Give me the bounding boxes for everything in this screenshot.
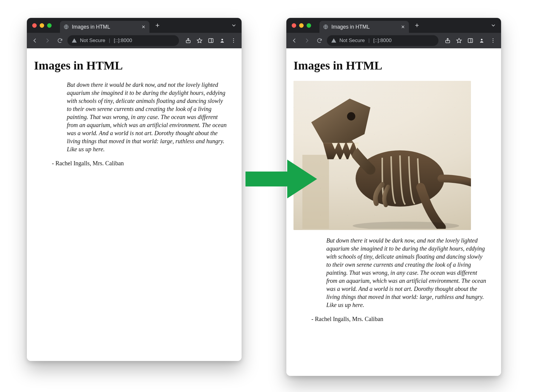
tab-strip: Images in HTML xyxy=(27,18,242,33)
quote-attribution: - Rachel Ingalls, Mrs. Caliban xyxy=(52,160,234,167)
page-viewport[interactable]: Images in HTML xyxy=(286,48,501,376)
close-tab-icon[interactable] xyxy=(401,24,405,29)
share-button[interactable] xyxy=(183,36,193,46)
address-bar[interactable]: Not Secure | [::]:8000 xyxy=(327,35,438,46)
svg-point-3 xyxy=(221,39,223,40)
close-tab-icon[interactable] xyxy=(141,24,146,29)
url-security-label: Not Secure xyxy=(339,38,365,44)
globe-icon xyxy=(64,24,69,30)
page-title: Images in HTML xyxy=(293,58,494,72)
minimize-window-button[interactable] xyxy=(40,23,44,28)
page-title: Images in HTML xyxy=(34,58,234,72)
browser-toolbar: Not Secure | [::]:8000 xyxy=(27,33,242,48)
browser-tab[interactable]: Images in HTML xyxy=(60,21,149,33)
browser-toolbar: Not Secure | [::]:8000 xyxy=(286,33,501,48)
quote-text: But down there it would be dark now, and… xyxy=(326,237,488,309)
side-panel-button[interactable] xyxy=(465,36,475,46)
zoom-window-button[interactable] xyxy=(47,23,52,28)
svg-point-11 xyxy=(493,38,494,39)
new-tab-button[interactable] xyxy=(152,20,163,30)
warning-icon xyxy=(72,38,77,43)
back-button[interactable] xyxy=(289,36,299,46)
tab-strip: Images in HTML xyxy=(286,18,501,33)
minimize-window-button[interactable] xyxy=(299,23,304,28)
svg-rect-9 xyxy=(468,38,473,42)
window-controls xyxy=(292,23,311,28)
page-viewport[interactable]: Images in HTML But down there it would b… xyxy=(27,48,242,361)
side-panel-button[interactable] xyxy=(206,36,216,46)
window-controls xyxy=(32,23,52,28)
close-window-button[interactable] xyxy=(32,23,37,28)
profile-button[interactable] xyxy=(477,36,487,46)
url-text: [::]:8000 xyxy=(114,38,132,44)
tab-title: Images in HTML xyxy=(72,24,138,30)
svg-point-23 xyxy=(347,112,355,121)
hero-image xyxy=(293,81,471,230)
url-security-label: Not Secure xyxy=(80,38,105,44)
svg-point-5 xyxy=(233,40,234,41)
kebab-menu-button[interactable] xyxy=(488,36,498,46)
bookmark-button[interactable] xyxy=(454,36,464,46)
share-button[interactable] xyxy=(443,36,453,46)
url-separator: | xyxy=(109,38,110,44)
browser-tab[interactable]: Images in HTML xyxy=(319,21,409,33)
arrow-icon xyxy=(245,158,317,200)
svg-point-13 xyxy=(493,42,494,43)
svg-point-6 xyxy=(233,42,234,43)
svg-point-4 xyxy=(233,38,234,39)
quote-text: But down there it would be dark now, and… xyxy=(67,81,228,153)
quote-attribution: - Rachel Ingalls, Mrs. Caliban xyxy=(311,316,494,322)
url-text: [::]:8000 xyxy=(373,38,391,44)
forward-button[interactable] xyxy=(42,36,52,46)
url-separator: | xyxy=(368,38,370,44)
globe-icon xyxy=(323,24,328,30)
browser-window-before: Images in HTML Not Secu xyxy=(27,18,242,361)
browser-window-after: Images in HTML Not Secu xyxy=(286,18,501,376)
zoom-window-button[interactable] xyxy=(307,23,311,28)
close-window-button[interactable] xyxy=(292,23,296,28)
new-tab-button[interactable] xyxy=(412,20,422,30)
profile-button[interactable] xyxy=(217,36,227,46)
svg-rect-2 xyxy=(209,38,213,42)
tab-title: Images in HTML xyxy=(331,24,398,30)
bookmark-button[interactable] xyxy=(194,36,205,46)
kebab-menu-button[interactable] xyxy=(228,36,239,46)
reload-button[interactable] xyxy=(314,36,325,46)
svg-point-10 xyxy=(481,39,482,40)
tabs-menu-button[interactable] xyxy=(230,21,238,30)
address-bar[interactable]: Not Secure | [::]:8000 xyxy=(67,35,179,46)
warning-icon xyxy=(331,38,336,43)
tabs-menu-button[interactable] xyxy=(489,21,498,30)
reload-button[interactable] xyxy=(55,36,65,46)
back-button[interactable] xyxy=(30,36,40,46)
forward-button[interactable] xyxy=(302,36,312,46)
svg-point-12 xyxy=(493,40,494,41)
